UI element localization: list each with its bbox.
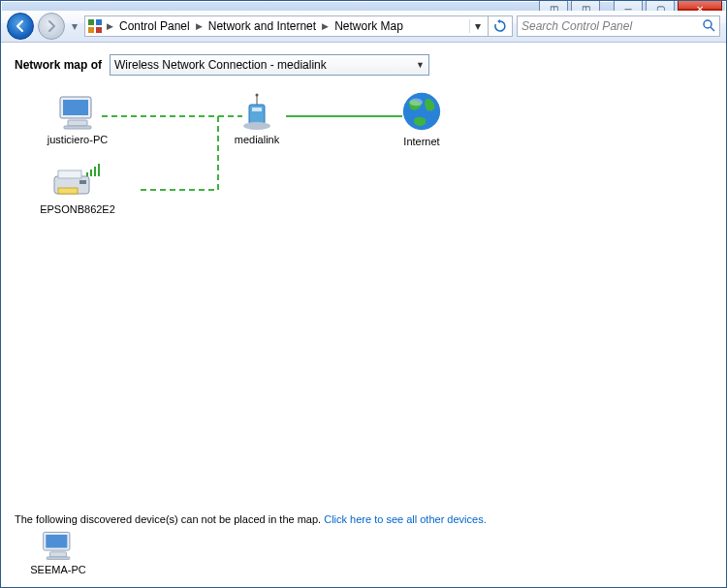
printer-icon — [50, 163, 105, 201]
breadcrumb-sep-icon: ▶ — [105, 21, 115, 31]
content-pane: Network map of Wireless Network Connecti… — [1, 43, 726, 234]
svg-point-4 — [704, 20, 711, 28]
node-internet[interactable]: Internet — [368, 89, 475, 147]
svg-line-5 — [711, 27, 714, 31]
node-router[interactable]: medialink — [204, 93, 310, 145]
svg-point-18 — [410, 99, 423, 107]
svg-rect-24 — [58, 170, 81, 178]
node-this-pc[interactable]: justiciero-PC — [24, 93, 131, 145]
node-printer[interactable]: EPSONB862E2 — [24, 163, 131, 215]
refresh-button[interactable] — [489, 15, 513, 37]
svg-rect-0 — [88, 19, 94, 25]
search-icon — [702, 18, 715, 35]
node-unplaced-pc[interactable]: SEEMA-PC — [15, 529, 102, 575]
svg-rect-10 — [68, 120, 87, 126]
footer-area: The following discovered device(s) can n… — [15, 513, 712, 575]
chevron-down-icon: ▼ — [416, 60, 425, 70]
globe-icon — [398, 89, 445, 134]
breadcrumb-sep-icon: ▶ — [194, 21, 205, 31]
footer-message: The following discovered device(s) can n… — [15, 513, 321, 525]
back-button[interactable] — [7, 13, 34, 40]
svg-rect-15 — [252, 108, 262, 111]
network-map-of-label: Network map of — [15, 58, 102, 72]
breadcrumb-control-panel[interactable]: Control Panel — [117, 19, 192, 33]
computer-icon — [54, 93, 101, 132]
history-dropdown[interactable]: ▾ — [69, 16, 80, 36]
search-input[interactable]: Search Control Panel — [517, 15, 720, 37]
control-panel-icon — [87, 18, 103, 34]
computer-icon — [38, 529, 79, 562]
breadcrumb-network-internet[interactable]: Network and Internet — [206, 19, 318, 33]
navigation-bar: ▾ ▶ Control Panel ▶ Network and Internet… — [1, 11, 726, 43]
svg-rect-26 — [79, 180, 86, 184]
breadcrumb[interactable]: ▶ Control Panel ▶ Network and Internet ▶… — [84, 15, 489, 37]
see-all-devices-link[interactable]: Click here to see all other devices. — [324, 513, 487, 525]
svg-rect-3 — [96, 27, 102, 33]
svg-rect-29 — [50, 552, 67, 557]
svg-rect-2 — [88, 27, 94, 33]
svg-rect-11 — [64, 126, 91, 129]
svg-rect-9 — [63, 100, 88, 115]
connection-select-value: Wireless Network Connection - medialink — [114, 58, 327, 72]
svg-rect-30 — [47, 557, 70, 560]
svg-rect-1 — [96, 19, 102, 25]
svg-rect-25 — [58, 188, 78, 194]
breadcrumb-sep-icon: ▶ — [320, 21, 331, 31]
router-icon — [234, 93, 280, 132]
search-placeholder: Search Control Panel — [522, 19, 632, 33]
network-map: justiciero-PC medialink — [44, 93, 712, 229]
svg-point-16 — [243, 122, 270, 130]
window-titlebar: ◫ ◫ ─ ▢ ✕ — [1, 1, 726, 11]
forward-button[interactable] — [38, 13, 65, 40]
connection-selector-row: Network map of Wireless Network Connecti… — [15, 54, 712, 76]
breadcrumb-dropdown[interactable]: ▾ — [469, 19, 486, 33]
connection-select[interactable]: Wireless Network Connection - medialink … — [110, 54, 429, 76]
breadcrumb-network-map[interactable]: Network Map — [332, 19, 405, 33]
svg-point-13 — [256, 94, 259, 97]
svg-rect-28 — [46, 535, 67, 548]
